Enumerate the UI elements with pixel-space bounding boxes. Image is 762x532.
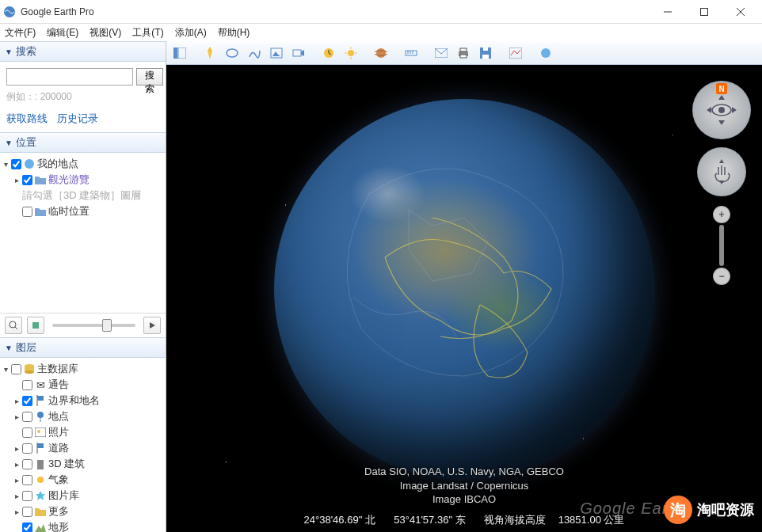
status-lon: 53°41'57.36" 东 <box>394 514 465 526</box>
svg-marker-21 <box>35 524 46 532</box>
globe-viewport[interactable]: N + − Data SIO, NOAA, U.S. Navy, NGA, GE… <box>166 65 762 532</box>
svg-point-36 <box>376 48 386 58</box>
minimize-button[interactable] <box>650 0 686 24</box>
zoom-control: + − <box>713 206 730 285</box>
checkbox[interactable] <box>22 443 32 454</box>
menubar: 文件(F) 编辑(E) 视图(V) 工具(T) 添加(A) 帮助(H) <box>0 24 762 41</box>
main-area: N + − Data SIO, NOAA, U.S. Navy, NGA, GE… <box>166 41 762 532</box>
places-tree: ▾ 我的地点 ▸ 觀光游覽 請勾選［3D 建築物］圖層 临时位置 <box>0 153 166 222</box>
opacity-slider[interactable] <box>52 324 135 327</box>
layer-photos[interactable]: 照片 <box>2 424 164 440</box>
history-link[interactable]: 历史记录 <box>57 112 98 126</box>
app-icon <box>3 6 16 18</box>
sign-in-button[interactable] <box>535 44 556 63</box>
sunlight-button[interactable] <box>341 44 361 63</box>
pan-control[interactable] <box>697 147 746 196</box>
view-in-maps-button[interactable] <box>505 44 526 63</box>
tour-button[interactable] <box>27 317 44 334</box>
layers-tree: ▾ 主数据库 ✉通告 ▸边界和地名 ▸地点 照片 ▸道路 ▸3D 建筑 ▸气象 … <box>0 358 166 532</box>
globe[interactable] <box>274 99 654 479</box>
svg-point-31 <box>348 50 354 56</box>
attrib-line2: Image Landsat / Copernicus <box>364 479 564 493</box>
layer-3d-buildings[interactable]: ▸3D 建筑 <box>2 456 164 472</box>
email-button[interactable] <box>431 44 451 63</box>
print-button[interactable] <box>453 44 474 63</box>
layer-gallery[interactable]: ▸图片库 <box>2 488 164 504</box>
checkbox[interactable] <box>22 175 32 185</box>
play-tour-button[interactable] <box>143 317 161 334</box>
layer-borders[interactable]: ▸边界和地名 <box>2 393 164 408</box>
layer-places[interactable]: ▸地点 <box>2 408 164 424</box>
polygon-button[interactable] <box>222 44 242 63</box>
toggle-sidebar-button[interactable] <box>170 44 190 63</box>
tree-row-primary-db[interactable]: ▾ 主数据库 <box>2 361 164 377</box>
close-button[interactable] <box>722 0 759 24</box>
zoom-slider[interactable] <box>719 225 724 266</box>
places-panel-header[interactable]: ▼ 位置 <box>0 132 166 153</box>
svg-point-50 <box>541 48 551 58</box>
svg-point-14 <box>37 412 44 418</box>
country-borders <box>274 99 654 479</box>
search-panel-header[interactable]: ▼ 搜索 <box>0 41 166 62</box>
look-control[interactable]: N <box>692 81 751 139</box>
menu-help[interactable]: 帮助(H) <box>218 26 250 40</box>
tree-row-temp[interactable]: 临时位置 <box>2 203 164 219</box>
svg-rect-15 <box>35 428 46 437</box>
checkbox[interactable] <box>22 459 32 469</box>
checkbox[interactable] <box>22 522 32 533</box>
layer-more[interactable]: ▸更多 <box>2 504 164 519</box>
menu-edit[interactable]: 编辑(E) <box>47 26 78 40</box>
checkbox[interactable] <box>11 364 21 374</box>
menu-file[interactable]: 文件(F) <box>5 26 36 40</box>
menu-view[interactable]: 视图(V) <box>90 26 121 40</box>
placemark-button[interactable] <box>200 44 220 63</box>
path-button[interactable] <box>244 44 265 63</box>
search-places-button[interactable] <box>5 317 22 334</box>
checkbox[interactable] <box>11 159 21 169</box>
svg-marker-20 <box>36 491 45 500</box>
checkbox[interactable] <box>22 507 32 517</box>
save-image-button[interactable] <box>475 44 496 63</box>
collapse-icon: ▼ <box>5 344 13 352</box>
checkbox[interactable] <box>22 428 32 438</box>
flag-icon <box>34 442 47 454</box>
collapse-icon: ▼ <box>5 139 13 147</box>
svg-rect-38 <box>406 51 417 55</box>
north-indicator[interactable]: N <box>716 83 727 94</box>
app-title: Google Earth Pro <box>21 6 650 17</box>
menu-tools[interactable]: 工具(T) <box>132 26 163 40</box>
layer-weather[interactable]: ▸气象 <box>2 472 164 488</box>
search-input[interactable] <box>6 68 133 86</box>
checkbox[interactable] <box>22 380 32 390</box>
layer-terrain[interactable]: 地形 <box>2 519 164 532</box>
svg-rect-49 <box>509 48 522 59</box>
checkbox[interactable] <box>22 396 32 406</box>
tree-row-my-places[interactable]: ▾ 我的地点 <box>2 156 164 172</box>
checkbox[interactable] <box>22 412 32 422</box>
zoom-in-button[interactable]: + <box>713 206 730 223</box>
layer-announcements[interactable]: ✉通告 <box>2 377 164 393</box>
search-header-label: 搜索 <box>16 44 36 59</box>
checkbox[interactable] <box>22 207 32 217</box>
svg-point-16 <box>37 430 40 433</box>
my-places-label: 我的地点 <box>37 157 78 171</box>
history-button[interactable] <box>318 44 339 63</box>
svg-rect-47 <box>482 55 489 59</box>
record-tour-button[interactable] <box>288 44 309 63</box>
search-button[interactable]: 搜索 <box>136 68 163 86</box>
maximize-button[interactable] <box>686 0 722 24</box>
image-overlay-button[interactable] <box>266 44 287 63</box>
tree-row-sightseeing[interactable]: ▸ 觀光游覽 <box>2 172 164 188</box>
zoom-out-button[interactable]: − <box>713 268 730 285</box>
layers-panel-header[interactable]: ▼ 图层 <box>0 337 166 358</box>
menu-add[interactable]: 添加(A) <box>175 26 207 40</box>
checkbox[interactable] <box>22 475 32 485</box>
directions-link[interactable]: 获取路线 <box>6 112 48 126</box>
layer-roads[interactable]: ▸道路 <box>2 440 164 456</box>
planet-button[interactable] <box>371 44 391 63</box>
svg-rect-23 <box>178 48 186 59</box>
folder-icon <box>34 205 47 218</box>
database-icon <box>23 363 36 375</box>
checkbox[interactable] <box>22 491 32 501</box>
ruler-button[interactable] <box>401 44 421 63</box>
